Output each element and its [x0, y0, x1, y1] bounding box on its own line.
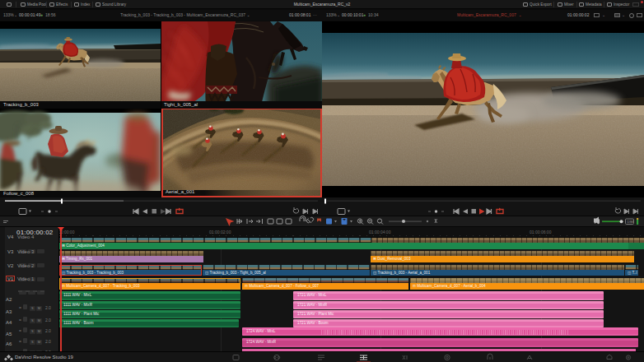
svg-text:DIM: DIM: [628, 220, 633, 224]
